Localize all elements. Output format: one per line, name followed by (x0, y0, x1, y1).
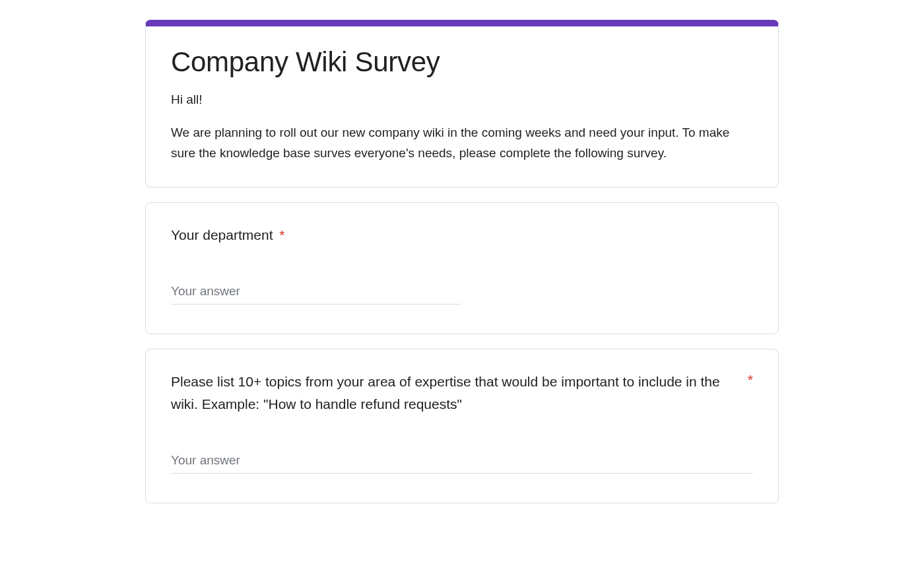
form-description-body: We are planning to roll out our new comp… (171, 126, 729, 159)
form-title: Company Wiki Survey (171, 46, 753, 78)
question-label: Your department * (171, 224, 753, 247)
department-input[interactable] (171, 281, 461, 305)
required-asterisk: * (748, 371, 753, 388)
question-label-text: Your department (171, 227, 273, 242)
header-card: Company Wiki Survey Hi all! We are plann… (145, 20, 779, 188)
question-label-row: Your department * (171, 224, 753, 247)
form-description: Hi all! We are planning to roll out our … (171, 90, 753, 163)
question-card-topics: Please list 10+ topics from your area of… (145, 349, 779, 503)
question-label-row: Please list 10+ topics from your area of… (171, 371, 753, 416)
form-container: Company Wiki Survey Hi all! We are plann… (145, 20, 779, 503)
form-description-greeting: Hi all! (171, 92, 203, 106)
question-label-text: Please list 10+ topics from your area of… (171, 371, 721, 416)
required-asterisk: * (279, 227, 284, 242)
question-card-department: Your department * (145, 202, 779, 334)
topics-input[interactable] (171, 451, 753, 474)
